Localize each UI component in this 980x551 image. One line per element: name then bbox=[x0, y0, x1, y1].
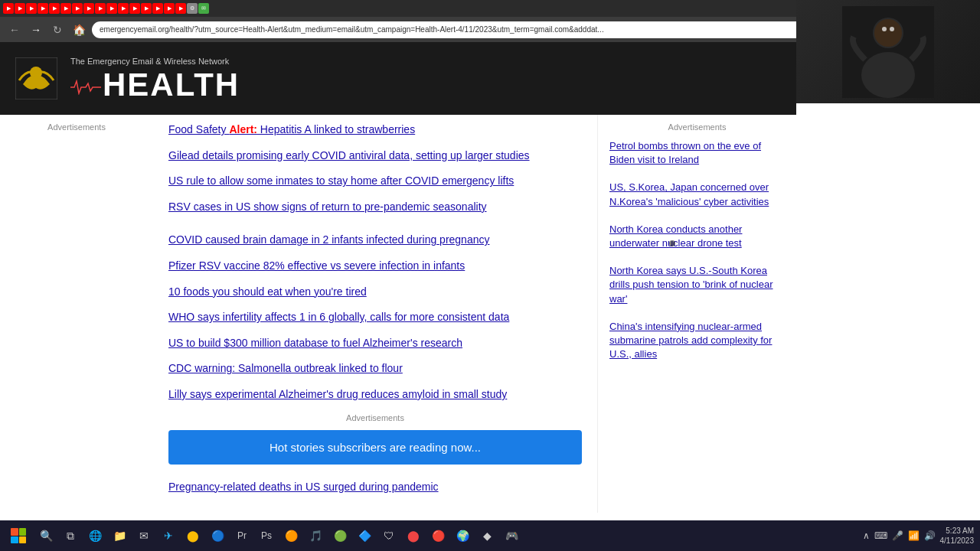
article-link-6[interactable]: Pfizer RSV vaccine 82% effective vs seve… bbox=[168, 259, 582, 274]
svg-point-2 bbox=[861, 52, 915, 98]
mail-icon[interactable]: ✉ bbox=[133, 525, 155, 546]
svg-point-4 bbox=[882, 27, 887, 31]
forward-button[interactable]: → bbox=[28, 21, 44, 38]
keyboard-icon[interactable]: ⌨ bbox=[874, 530, 887, 541]
date: 4/11/2023 bbox=[940, 536, 975, 546]
start-button[interactable] bbox=[6, 523, 31, 548]
app5-icon[interactable]: 🎵 bbox=[305, 525, 326, 546]
tab-icon[interactable]: ▶ bbox=[38, 3, 48, 14]
app12-icon[interactable]: ◆ bbox=[476, 525, 498, 546]
tab-icon[interactable]: ▶ bbox=[152, 3, 163, 14]
hot-stories-button[interactable]: Hot stories subscribers are reading now.… bbox=[168, 430, 582, 465]
left-ad-label: Advertisements bbox=[8, 122, 145, 132]
tab-icon[interactable]: ▶ bbox=[106, 3, 117, 14]
app3-icon[interactable]: Ps bbox=[256, 525, 277, 546]
svg-point-3 bbox=[874, 19, 902, 47]
home-button[interactable]: 🏠 bbox=[70, 21, 87, 38]
tab-icon[interactable]: ▶ bbox=[141, 3, 152, 14]
main-articles: Food Safety Alert: Hepatitis A linked to… bbox=[153, 115, 597, 513]
sidebar-link-5[interactable]: China's intensifying nuclear-armed subma… bbox=[609, 320, 785, 362]
tab-icon[interactable]: ▶ bbox=[72, 3, 83, 14]
left-ad-column: Advertisements bbox=[0, 115, 153, 513]
right-sidebar: Advertisements Petrol bombs thrown on th… bbox=[597, 115, 796, 513]
app8-icon[interactable]: 🛡 bbox=[378, 525, 400, 546]
tab-icon[interactable]: ▶ bbox=[26, 3, 37, 14]
tab-icon[interactable]: ▶ bbox=[129, 3, 140, 14]
webcam-person bbox=[796, 0, 980, 103]
back-button[interactable]: ← bbox=[6, 21, 23, 38]
taskbar-right: ∧ ⌨ 🎤 📶 🔊 5:23 AM 4/11/2023 bbox=[863, 526, 975, 546]
wifi-icon[interactable]: 📶 bbox=[908, 530, 920, 541]
time: 5:23 AM bbox=[940, 526, 975, 536]
app10-icon[interactable]: 🔴 bbox=[427, 525, 449, 546]
telegram-icon[interactable]: ✈ bbox=[158, 525, 179, 546]
right-ad-label: Advertisements bbox=[609, 122, 785, 132]
mic-icon[interactable]: 🎤 bbox=[892, 530, 903, 541]
chrome-icon[interactable]: ⬤ bbox=[182, 525, 204, 546]
bottom-article-link[interactable]: Pregnancy-related deaths in US surged du… bbox=[168, 480, 582, 495]
eagle-logo-icon bbox=[15, 57, 57, 99]
article-text-prefix: Food Safety bbox=[168, 123, 229, 135]
app2-icon[interactable]: Pr bbox=[231, 525, 253, 546]
tab-icon[interactable]: ▶ bbox=[49, 3, 60, 14]
tab-icon[interactable]: ▶ bbox=[118, 3, 129, 14]
search-taskbar-icon[interactable]: 🔍 bbox=[35, 525, 57, 546]
chevron-up-icon[interactable]: ∧ bbox=[863, 530, 870, 541]
webcam-overlay bbox=[796, 0, 980, 103]
article-link-2[interactable]: Gilead details promising early COVID ant… bbox=[168, 148, 582, 164]
win-sq-red bbox=[11, 528, 18, 536]
app11-icon[interactable]: 🌍 bbox=[452, 525, 473, 546]
spacer-2 bbox=[168, 472, 582, 480]
tab-icon[interactable]: ▶ bbox=[95, 3, 106, 14]
tab-icon[interactable]: ▶ bbox=[15, 3, 25, 14]
win-sq-yellow bbox=[19, 536, 27, 544]
tab-icon[interactable]: ✉ bbox=[198, 3, 209, 14]
app9-icon[interactable]: ⬤ bbox=[403, 525, 424, 546]
app6-icon[interactable]: 🟢 bbox=[329, 525, 351, 546]
tab-icon[interactable]: ▶ bbox=[83, 3, 94, 14]
tab-icon[interactable]: ▶ bbox=[60, 3, 71, 14]
spacer-1 bbox=[168, 225, 582, 233]
article-link-1[interactable]: Food Safety Alert: Hepatitis A linked to… bbox=[168, 122, 582, 138]
refresh-button[interactable]: ↻ bbox=[49, 21, 66, 38]
tab-icon[interactable]: ▶ bbox=[164, 3, 175, 14]
sidebar-link-4[interactable]: North Korea says U.S.-South Korea drills… bbox=[609, 264, 785, 306]
article-link-9[interactable]: US to build $300 million database to fue… bbox=[168, 336, 582, 351]
article-link-11[interactable]: Lilly says experimental Alzheimer's drug… bbox=[168, 387, 582, 403]
sidebar-link-3[interactable]: North Korea conducts another underwater … bbox=[609, 223, 785, 250]
article-link-4[interactable]: RSV cases in US show signs of return to … bbox=[168, 200, 582, 215]
header-logo: The Emergency Email & Wireless Network H… bbox=[15, 57, 240, 101]
win-sq-blue bbox=[11, 536, 18, 544]
article-link-3[interactable]: US rule to allow some inmates to stay ho… bbox=[168, 174, 582, 189]
svg-point-5 bbox=[890, 27, 894, 31]
app4-icon[interactable]: 🟠 bbox=[280, 525, 302, 546]
taskbar: 🔍 ⧉ 🌐 📁 ✉ ✈ ⬤ 🔵 Pr Ps 🟠 🎵 🟢 🔷 🛡 ⬤ 🔴 🌍 ◆ … bbox=[0, 520, 980, 551]
tab-icon[interactable]: ⚙ bbox=[187, 3, 198, 14]
explorer-icon[interactable]: 📁 bbox=[109, 525, 130, 546]
taskview-icon[interactable]: ⧉ bbox=[60, 525, 81, 546]
article-link-10[interactable]: CDC warning: Salmonella outbreak linked … bbox=[168, 361, 582, 377]
ads-between-label: Advertisements bbox=[168, 413, 582, 422]
article-link-8[interactable]: WHO says infertility affects 1 in 6 glob… bbox=[168, 310, 582, 325]
content-area: Advertisements Food Safety Alert: Hepati… bbox=[0, 115, 796, 513]
app13-icon[interactable]: 🎮 bbox=[501, 525, 522, 546]
tab-icon[interactable]: ▶ bbox=[3, 3, 14, 14]
win-sq-green bbox=[19, 528, 27, 536]
url-text: emergencyemail.org/health/?utm_source=He… bbox=[100, 25, 604, 34]
volume-icon[interactable]: 🔊 bbox=[924, 530, 936, 541]
address-bar[interactable]: emergencyemail.org/health/?utm_source=He… bbox=[92, 21, 917, 38]
site-title: HEALTH bbox=[70, 69, 240, 101]
edge-icon[interactable]: 🌐 bbox=[84, 525, 106, 546]
windows-logo-icon bbox=[11, 528, 26, 543]
sidebar-link-1[interactable]: Petrol bombs thrown on the eve of Biden … bbox=[609, 139, 785, 167]
article-link-7[interactable]: 10 foods you should eat when you're tire… bbox=[168, 285, 582, 300]
site-header: The Emergency Email & Wireless Network H… bbox=[0, 42, 796, 115]
alert-badge: Alert: bbox=[229, 123, 257, 135]
site-subtitle: The Emergency Email & Wireless Network bbox=[70, 57, 240, 66]
app1-icon[interactable]: 🔵 bbox=[207, 525, 228, 546]
app7-icon[interactable]: 🔷 bbox=[354, 525, 375, 546]
sidebar-link-2[interactable]: US, S.Korea, Japan concerned over N.Kore… bbox=[609, 181, 785, 208]
tab-icon[interactable]: ▶ bbox=[175, 3, 186, 14]
article-link-5[interactable]: COVID caused brain damage in 2 infants i… bbox=[168, 233, 582, 248]
time-display: 5:23 AM 4/11/2023 bbox=[940, 526, 975, 546]
